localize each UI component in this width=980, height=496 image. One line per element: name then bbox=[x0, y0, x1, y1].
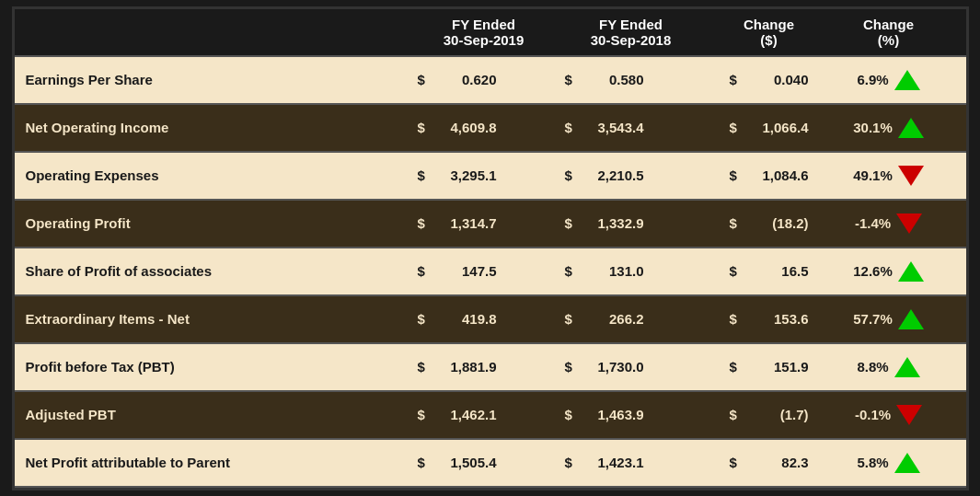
table-row: Profit before Tax (PBT) $ 1,881.9 $ 1,73… bbox=[15, 344, 966, 392]
dollar-sign: $ bbox=[418, 311, 429, 327]
change-dollar-value: $ 1,066.4 bbox=[705, 105, 834, 151]
company-header bbox=[15, 9, 410, 55]
change-dollar-value: $ 0.040 bbox=[705, 57, 834, 103]
dollar-sign: $ bbox=[565, 215, 576, 231]
dollar-sign: $ bbox=[565, 72, 576, 87]
dollar-sign: $ bbox=[565, 167, 576, 183]
change-dollar-value: $ 82.3 bbox=[705, 440, 834, 486]
dollar-sign: $ bbox=[418, 407, 429, 422]
dollar-sign: $ bbox=[418, 263, 429, 279]
fy2019-value: $ 3,295.1 bbox=[410, 153, 558, 199]
fy2019-value: $ 419.8 bbox=[410, 296, 558, 342]
table-row: Operating Expenses $ 3,295.1 $ 2,210.5 $… bbox=[15, 153, 966, 201]
change-pct-value: 8.8% bbox=[857, 359, 888, 375]
dollar-sign: $ bbox=[418, 215, 429, 231]
fy2019-number: 4,609.8 bbox=[432, 120, 497, 135]
change-pct-cell: 8.8% bbox=[834, 344, 944, 390]
dollar-sign: $ bbox=[730, 72, 741, 87]
change-pct-value: 5.8% bbox=[857, 455, 888, 470]
down-arrow-icon bbox=[896, 405, 922, 425]
fy2018-value: $ 1,463.9 bbox=[558, 392, 705, 438]
change-dollar-number: 151.9 bbox=[744, 359, 809, 375]
fy2019-value: $ 1,462.1 bbox=[410, 392, 558, 438]
dollar-sign: $ bbox=[418, 72, 429, 87]
up-arrow-icon bbox=[898, 309, 924, 329]
financial-table: FY Ended 30-Sep-2019 FY Ended 30-Sep-201… bbox=[12, 6, 969, 490]
fy2018-value: $ 1,423.1 bbox=[558, 440, 705, 486]
table-row: Share of Profit of associates $ 147.5 $ … bbox=[15, 248, 966, 296]
change-pct-value: 49.1% bbox=[853, 167, 893, 183]
change-dollar-number: (18.2) bbox=[744, 215, 809, 231]
change-dollar-number: 153.6 bbox=[744, 311, 809, 327]
dollar-sign: $ bbox=[418, 455, 429, 470]
fy2018-number: 3,543.4 bbox=[580, 120, 644, 135]
fy2018-number: 0.580 bbox=[580, 72, 644, 87]
row-label: Operating Expenses bbox=[15, 153, 410, 199]
change-dollar-value: $ 16.5 bbox=[705, 248, 834, 294]
change-dollar-value: $ (1.7) bbox=[705, 392, 834, 438]
change-pct-value: -1.4% bbox=[855, 215, 891, 231]
dollar-sign: $ bbox=[730, 311, 741, 327]
table-row: Net Operating Income $ 4,609.8 $ 3,543.4… bbox=[15, 105, 966, 153]
change-pct-value: 57.7% bbox=[853, 311, 893, 327]
change-pct-cell: 30.1% bbox=[834, 105, 944, 151]
change-pct-cell: 6.9% bbox=[834, 57, 944, 103]
change-pct-cell: 5.8% bbox=[834, 440, 944, 486]
up-arrow-icon bbox=[898, 118, 924, 138]
dollar-sign: $ bbox=[730, 215, 741, 231]
change-dollar-number: 82.3 bbox=[744, 455, 809, 470]
change-dollar-value: $ (18.2) bbox=[705, 201, 834, 247]
fy2019-number: 147.5 bbox=[432, 263, 497, 279]
change-pct-cell: 57.7% bbox=[834, 296, 944, 342]
fy2019-value: $ 1,314.7 bbox=[410, 201, 558, 247]
down-arrow-icon bbox=[896, 213, 922, 234]
change-dollar-value: $ 1,084.6 bbox=[705, 153, 834, 199]
dollar-sign: $ bbox=[565, 311, 576, 327]
change-dollar-value: $ 153.6 bbox=[705, 296, 834, 342]
table-row: Adjusted PBT $ 1,462.1 $ 1,463.9 $ (1.7)… bbox=[15, 392, 966, 440]
dollar-sign: $ bbox=[565, 359, 576, 375]
fy2019-value: $ 1,505.4 bbox=[410, 440, 558, 486]
dollar-sign: $ bbox=[730, 167, 741, 183]
up-arrow-icon bbox=[894, 453, 920, 473]
table-header: FY Ended 30-Sep-2019 FY Ended 30-Sep-201… bbox=[15, 9, 966, 57]
row-label: Net Profit attributable to Parent bbox=[15, 440, 410, 486]
fy2018-value: $ 3,543.4 bbox=[558, 105, 705, 151]
table-row: Extraordinary Items - Net $ 419.8 $ 266.… bbox=[15, 296, 966, 344]
dollar-sign: $ bbox=[418, 120, 429, 135]
dollar-sign: $ bbox=[565, 455, 576, 470]
row-label: Adjusted PBT bbox=[15, 392, 410, 438]
fy2019-value: $ 1,881.9 bbox=[410, 344, 558, 390]
fy2018-value: $ 1,730.0 bbox=[558, 344, 705, 390]
fy2019-number: 3,295.1 bbox=[432, 167, 497, 183]
change-dollar-number: 0.040 bbox=[744, 72, 809, 87]
table-row: Earnings Per Share $ 0.620 $ 0.580 $ 0.0… bbox=[15, 57, 966, 105]
fy2018-number: 1,730.0 bbox=[580, 359, 644, 375]
fy2019-value: $ 4,609.8 bbox=[410, 105, 558, 151]
up-arrow-icon bbox=[898, 261, 924, 282]
fy2018-value: $ 2,210.5 bbox=[558, 153, 705, 199]
row-label: Extraordinary Items - Net bbox=[15, 296, 410, 342]
change-pct-value: 6.9% bbox=[857, 72, 888, 87]
fy2019-number: 419.8 bbox=[432, 311, 497, 327]
dollar-sign: $ bbox=[730, 263, 741, 279]
dollar-sign: $ bbox=[565, 407, 576, 422]
table-body: Earnings Per Share $ 0.620 $ 0.580 $ 0.0… bbox=[15, 57, 966, 488]
fy2018-number: 131.0 bbox=[580, 263, 644, 279]
change-pct-cell: 12.6% bbox=[834, 248, 944, 294]
dollar-sign: $ bbox=[418, 167, 429, 183]
dollar-sign: $ bbox=[565, 120, 576, 135]
fy2019-number: 1,881.9 bbox=[432, 359, 497, 375]
fy2018-value: $ 131.0 bbox=[558, 248, 705, 294]
change-dollar-number: 1,066.4 bbox=[744, 120, 809, 135]
fy2018-value: $ 0.580 bbox=[558, 57, 705, 103]
fy2018-header: FY Ended 30-Sep-2018 bbox=[558, 9, 705, 55]
change-pct-value: 12.6% bbox=[853, 263, 893, 279]
change-pct-value: -0.1% bbox=[855, 407, 891, 422]
row-label: Profit before Tax (PBT) bbox=[15, 344, 410, 390]
row-label: Earnings Per Share bbox=[15, 57, 410, 103]
change-pct-cell: -0.1% bbox=[834, 392, 944, 438]
change-pct-value: 30.1% bbox=[853, 120, 893, 135]
fy2019-number: 0.620 bbox=[432, 72, 497, 87]
dollar-sign: $ bbox=[730, 120, 741, 135]
